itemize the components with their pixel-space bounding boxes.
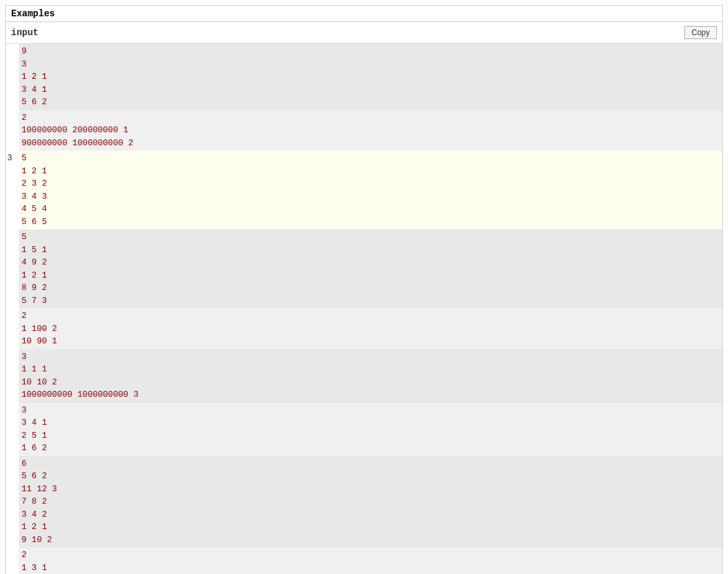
code-line: 1 2 1: [22, 521, 720, 534]
input-label: input: [11, 27, 38, 38]
code-line: 9 10 2: [22, 534, 720, 547]
code-line: 1 3 1: [22, 562, 720, 575]
code-line: 3 4 3: [22, 190, 720, 203]
code-line: 10 90 1: [22, 335, 720, 348]
code-line: 3: [22, 404, 720, 417]
case-number: [6, 308, 19, 349]
test-case-row: 51 5 14 9 21 2 18 9 25 7 3: [6, 229, 722, 308]
case-content: 2100000000 200000000 1900000000 10000000…: [19, 110, 722, 151]
case-content: 21 100 210 90 1: [19, 308, 722, 349]
case-content: 51 2 12 3 23 4 34 5 45 6 5: [19, 151, 722, 229]
case-number: [6, 44, 19, 110]
case-number: 3: [6, 151, 19, 229]
content-area: 931 2 13 4 15 6 22100000000 200000000 19…: [6, 44, 722, 574]
code-line: 3 4 1: [22, 83, 720, 96]
code-line: 7 8 2: [22, 495, 720, 508]
examples-title: Examples: [6, 6, 722, 22]
case-number: [6, 456, 19, 548]
code-line: 1 1 1: [22, 363, 720, 376]
test-case-row: 931 2 13 4 15 6 2: [6, 44, 722, 110]
test-case-row: 33 4 12 5 11 6 2: [6, 403, 722, 456]
code-line: 3 4 2: [22, 508, 720, 521]
test-case-row: 351 2 12 3 23 4 34 5 45 6 5: [6, 151, 722, 229]
code-line: 5: [22, 152, 720, 165]
code-line: 2 3 2: [22, 177, 720, 190]
case-number: [6, 547, 19, 574]
code-line: 5 6 5: [22, 216, 720, 229]
test-case-row: 31 1 110 10 21000000000 1000000000 3: [6, 349, 722, 403]
code-line: 4 9 2: [22, 256, 720, 269]
test-case-row: 2100000000 200000000 1900000000 10000000…: [6, 110, 722, 151]
code-line: 3: [22, 351, 720, 364]
code-line: 5: [22, 231, 720, 244]
code-line: 9: [22, 45, 720, 58]
code-line: 900000000 1000000000 2: [22, 137, 720, 150]
code-line: 5 6 2: [22, 96, 720, 109]
code-line: 1 2 1: [22, 70, 720, 83]
code-line: 1 2 1: [22, 269, 720, 282]
code-line: 1 5 1: [22, 244, 720, 257]
main-container: Examples input Copy 931 2 13 4 15 6 2210…: [5, 5, 723, 574]
case-content: 21 3 12 3 2: [19, 547, 722, 574]
code-line: 3: [22, 58, 720, 71]
code-line: 2: [22, 111, 720, 124]
code-line: 1 100 2: [22, 323, 720, 336]
case-content: 931 2 13 4 15 6 2: [19, 44, 722, 110]
code-line: 6: [22, 457, 720, 470]
code-line: 3 4 1: [22, 416, 720, 429]
code-line: 5 7 3: [22, 294, 720, 308]
case-number: [6, 349, 19, 403]
code-line: 1 2 1: [22, 165, 720, 178]
code-line: 1000000000 1000000000 3: [22, 388, 720, 401]
code-line: 10 10 2: [22, 376, 720, 389]
case-number: [6, 403, 19, 456]
case-content: 31 1 110 10 21000000000 1000000000 3: [19, 349, 722, 403]
code-line: 2: [22, 309, 720, 323]
code-line: 2: [22, 549, 720, 562]
case-content: 65 6 211 12 37 8 23 4 21 2 19 10 2: [19, 456, 722, 548]
case-number: [6, 229, 19, 308]
input-header-row: input Copy: [6, 22, 722, 44]
code-line: 8 9 2: [22, 281, 720, 294]
copy-button[interactable]: Copy: [684, 26, 717, 39]
code-line: 5 6 2: [22, 470, 720, 483]
case-content: 51 5 14 9 21 2 18 9 25 7 3: [19, 229, 722, 308]
case-content: 33 4 12 5 11 6 2: [19, 403, 722, 456]
code-line: 2 5 1: [22, 429, 720, 442]
code-line: 100000000 200000000 1: [22, 124, 720, 137]
test-case-row: 21 3 12 3 2: [6, 547, 722, 574]
code-line: 1 6 2: [22, 442, 720, 455]
case-number: [6, 110, 19, 151]
test-case-row: 65 6 211 12 37 8 23 4 21 2 19 10 2: [6, 456, 722, 548]
code-line: 4 5 4: [22, 203, 720, 216]
test-case-row: 21 100 210 90 1: [6, 308, 722, 349]
code-line: 11 12 3: [22, 483, 720, 496]
